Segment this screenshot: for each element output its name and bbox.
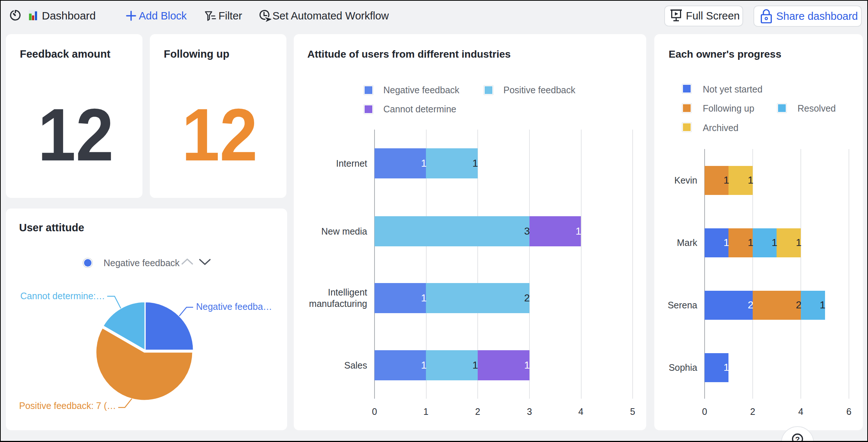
svg-text:?: ? <box>795 435 800 442</box>
